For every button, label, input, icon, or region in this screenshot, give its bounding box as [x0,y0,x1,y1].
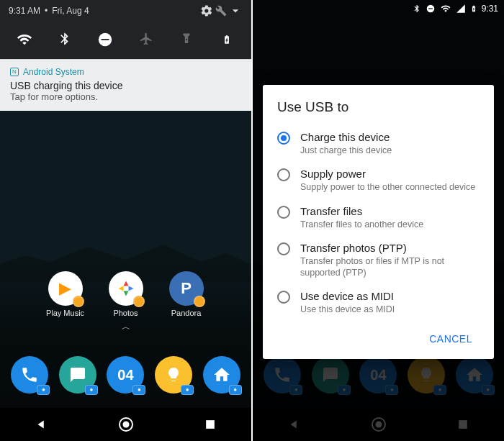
status-time: 9:31 [482,4,498,14]
option-label: Transfer photos (PTP) [300,242,480,254]
right-phone-screen: ︿ ● ● 04● ● ● 9:31 Use USB to Charge thi… [253,0,504,441]
radio-icon [277,206,290,219]
option-label: Transfer files [300,205,423,217]
option-label: Supply power [300,168,475,180]
dock-messages[interactable]: ● [59,356,96,394]
option-desc: Just charge this device [300,145,392,156]
app-label: Pandora [167,309,206,317]
usb-notification[interactable]: N Android System USB charging this devic… [0,59,251,111]
nav-recents[interactable] [203,417,217,432]
usb-option-2[interactable]: Transfer filesTransfer files to another … [277,199,480,236]
usb-option-4[interactable]: Use device as MIDIUse this device as MID… [277,284,480,321]
app-photos[interactable]: Photos [107,271,145,317]
svg-rect-9 [428,8,433,9]
status-separator: • [45,6,48,16]
app-pandora[interactable]: P Pandora [167,271,206,317]
cancel-button[interactable]: CANCEL [422,327,480,350]
notification-subtitle: Tap for more options. [10,91,241,102]
dock-calendar-day: 04 [117,367,133,383]
do-not-disturb-icon [426,4,436,14]
svg-rect-1 [102,39,109,40]
app-label: Play Music [46,309,85,317]
svg-point-3 [123,422,130,428]
bluetooth-icon [413,4,421,14]
nav-back[interactable] [34,417,50,432]
shade-header: 9:31 AM • Fri, Aug 4 [0,0,251,22]
status-date: Fri, Aug 4 [52,6,89,16]
flashlight-icon[interactable] [178,32,195,47]
dock-phone[interactable]: ● [11,356,48,394]
settings-icon[interactable] [199,4,214,17]
option-desc: Supply power to the other connected devi… [300,181,475,193]
left-phone-screen: 9:31 AM • Fri, Aug 4 N Andr [0,0,251,441]
expand-icon[interactable] [228,4,243,18]
dialog-title: Use USB to [277,99,480,115]
battery-charging-icon[interactable] [218,32,235,47]
usb-option-3[interactable]: Transfer photos (PTP)Transfer photos or … [277,236,480,285]
play-music-icon: ▶ [59,279,71,298]
usb-option-1[interactable]: Supply powerSupply power to the other co… [277,162,480,199]
android-n-icon: N [10,68,19,76]
radio-icon [277,168,290,181]
wifi-icon [440,4,451,14]
app-drawer-handle[interactable]: ︿ [122,321,130,333]
dock: ● ● 04● ● ● [0,342,251,408]
photos-icon [116,278,136,299]
status-bar: 9:31 [253,0,504,17]
signal-icon [456,4,466,14]
tuner-icon[interactable] [214,5,228,17]
notification-title: USB charging this device [10,80,241,91]
do-not-disturb-icon[interactable] [96,32,114,47]
radio-icon [277,291,290,304]
option-desc: Transfer files to another device [300,219,423,230]
option-label: Charge this device [300,131,392,143]
notification-shade[interactable]: 9:31 AM • Fri, Aug 4 N Andr [0,0,251,111]
usb-option-0[interactable]: Charge this deviceJust charge this devic… [277,125,480,162]
home-apps-row: ▶ Play Music Photos P Pandora [0,271,251,317]
option-desc: Use this device as MIDI [300,304,395,315]
wifi-icon[interactable] [16,32,33,47]
radio-icon [277,242,290,255]
nav-home[interactable] [117,416,135,433]
app-play-music[interactable]: ▶ Play Music [46,271,85,317]
radio-icon [277,132,290,145]
notification-app-name: Android System [23,67,84,77]
nav-bar [0,408,251,441]
svg-rect-4 [206,420,215,429]
dock-calendar[interactable]: 04● [107,356,144,394]
bluetooth-icon[interactable] [56,32,73,47]
airplane-icon[interactable] [138,32,155,47]
battery-charging-icon [470,3,477,14]
dock-home[interactable]: ● [203,356,240,394]
quick-settings-row [0,22,251,59]
dock-keep[interactable]: ● [155,356,192,394]
usb-dialog: Use USB to Charge this deviceJust charge… [263,85,494,359]
status-time: 9:31 AM [9,6,40,16]
app-label: Photos [107,309,145,317]
option-desc: Transfer photos or files if MTP is not s… [300,255,480,279]
option-label: Use device as MIDI [300,290,395,302]
